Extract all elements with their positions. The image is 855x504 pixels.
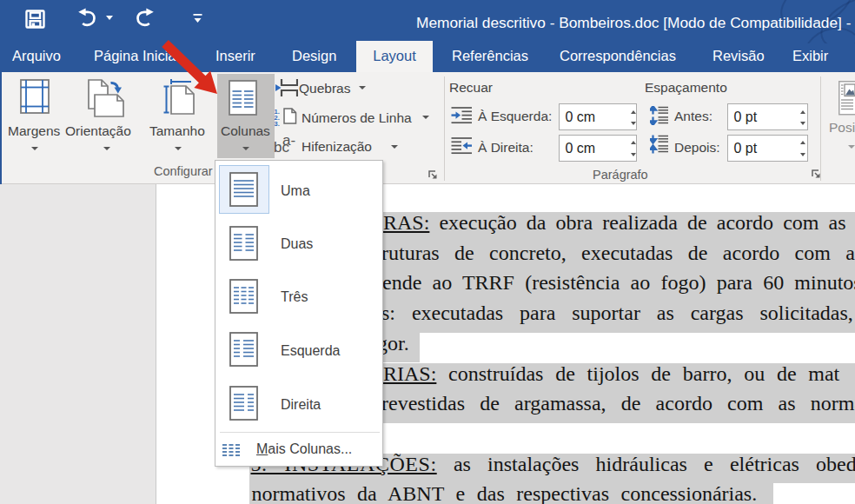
svg-text:3.: 3. xyxy=(275,120,280,127)
